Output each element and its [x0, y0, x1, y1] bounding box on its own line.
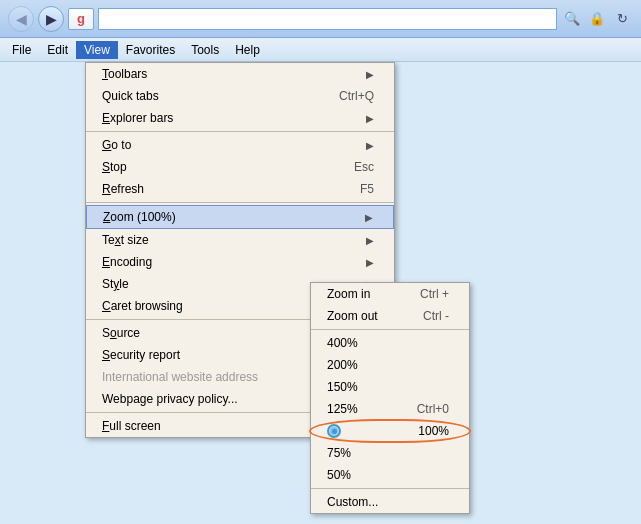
content-area: Toolbars ▶ Quick tabs Ctrl+Q Explorer ba… [0, 62, 641, 524]
zoom-125-label: 125% [327, 402, 358, 416]
refresh-shortcut: F5 [360, 182, 374, 196]
text-size-arrow: ▶ [366, 235, 374, 246]
divider-1 [86, 131, 394, 132]
security-report-label: Security report [102, 348, 180, 362]
toolbar-right: 🔍 🔒 ↻ [561, 8, 633, 30]
zoom-label: Zoom (100%) [103, 210, 176, 224]
privacy-policy-label: Webpage privacy policy... [102, 392, 238, 406]
menu-item-text-size[interactable]: Text size ▶ [86, 229, 394, 251]
zoom-custom-label: Custom... [327, 495, 378, 509]
zoom-150-item[interactable]: 150% [311, 376, 469, 398]
zoom-75-label: 75% [327, 446, 351, 460]
zoom-in-shortcut: Ctrl + [420, 287, 449, 301]
full-screen-label: Full screen [102, 419, 161, 433]
toolbars-label: Toolbars [102, 67, 147, 81]
encoding-arrow: ▶ [366, 257, 374, 268]
source-label: Source [102, 326, 140, 340]
zoom-in-item[interactable]: Zoom in Ctrl + [311, 283, 469, 305]
zoom-custom-item[interactable]: Custom... [311, 491, 469, 513]
zoom-400-item[interactable]: 400% [311, 332, 469, 354]
zoom-125-shortcut: Ctrl+0 [417, 402, 449, 416]
lock-icon: 🔒 [586, 8, 608, 30]
text-size-label: Text size [102, 233, 149, 247]
menu-item-quick-tabs[interactable]: Quick tabs Ctrl+Q [86, 85, 394, 107]
style-label: Style [102, 277, 129, 291]
zoom-in-label: Zoom in [327, 287, 370, 301]
quick-tabs-shortcut: Ctrl+Q [339, 89, 374, 103]
menu-item-explorer-bars[interactable]: Explorer bars ▶ [86, 107, 394, 129]
zoom-75-item[interactable]: 75% [311, 442, 469, 464]
address-input[interactable] [98, 8, 557, 30]
search-icon[interactable]: 🔍 [561, 8, 583, 30]
zoom-divider-1 [311, 329, 469, 330]
zoom-150-label: 150% [327, 380, 358, 394]
forward-button[interactable]: ▶ [38, 6, 64, 32]
menu-favorites[interactable]: Favorites [118, 41, 183, 59]
stop-shortcut: Esc [354, 160, 374, 174]
stop-label: Stop [102, 160, 127, 174]
zoom-100-radio [327, 424, 341, 438]
zoom-50-item[interactable]: 50% [311, 464, 469, 486]
zoom-50-label: 50% [327, 468, 351, 482]
zoom-submenu: Zoom in Ctrl + Zoom out Ctrl - 400% 200%… [310, 282, 470, 514]
zoom-arrow: ▶ [365, 212, 373, 223]
encoding-label: Encoding [102, 255, 152, 269]
zoom-out-shortcut: Ctrl - [423, 309, 449, 323]
go-to-label: Go to [102, 138, 131, 152]
menu-item-zoom[interactable]: Zoom (100%) ▶ [86, 205, 394, 229]
back-button[interactable]: ◀ [8, 6, 34, 32]
zoom-divider-2 [311, 488, 469, 489]
address-bar-area: g [68, 8, 557, 30]
quick-tabs-label: Quick tabs [102, 89, 159, 103]
refresh-icon[interactable]: ↻ [611, 8, 633, 30]
go-to-arrow: ▶ [366, 140, 374, 151]
explorer-bars-arrow: ▶ [366, 113, 374, 124]
divider-2 [86, 202, 394, 203]
menu-tools[interactable]: Tools [183, 41, 227, 59]
zoom-100-radio-inner [332, 429, 337, 434]
zoom-100-label: 100% [418, 424, 449, 438]
zoom-125-item[interactable]: 125% Ctrl+0 [311, 398, 469, 420]
refresh-label: Refresh [102, 182, 144, 196]
browser-toolbar: ◀ ▶ g 🔍 🔒 ↻ [0, 0, 641, 38]
toolbars-arrow: ▶ [366, 69, 374, 80]
intl-website-label: International website address [102, 370, 258, 384]
menu-bar: File Edit View Favorites Tools Help [0, 38, 641, 62]
menu-item-encoding[interactable]: Encoding ▶ [86, 251, 394, 273]
zoom-200-label: 200% [327, 358, 358, 372]
menu-file[interactable]: File [4, 41, 39, 59]
menu-item-refresh[interactable]: Refresh F5 [86, 178, 394, 200]
search-engine-icon: g [68, 8, 94, 30]
menu-edit[interactable]: Edit [39, 41, 76, 59]
menu-item-go-to[interactable]: Go to ▶ [86, 134, 394, 156]
zoom-200-item[interactable]: 200% [311, 354, 469, 376]
caret-browsing-label: Caret browsing [102, 299, 183, 313]
zoom-out-item[interactable]: Zoom out Ctrl - [311, 305, 469, 327]
zoom-400-label: 400% [327, 336, 358, 350]
zoom-out-label: Zoom out [327, 309, 378, 323]
zoom-100-item[interactable]: 100% [311, 420, 469, 442]
explorer-bars-label: Explorer bars [102, 111, 173, 125]
menu-view[interactable]: View [76, 41, 118, 59]
menu-item-stop[interactable]: Stop Esc [86, 156, 394, 178]
menu-help[interactable]: Help [227, 41, 268, 59]
menu-item-toolbars[interactable]: Toolbars ▶ [86, 63, 394, 85]
